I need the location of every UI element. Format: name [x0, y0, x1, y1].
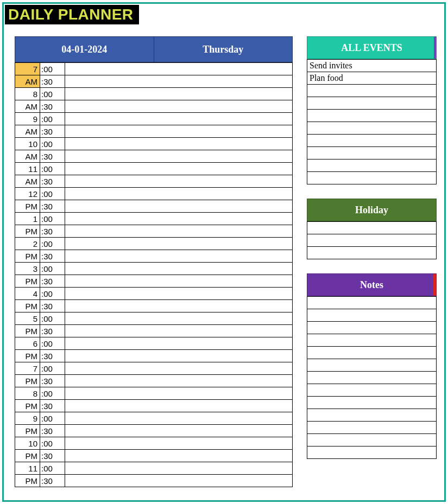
day-header: Thursday [154, 36, 293, 62]
note-row[interactable] [307, 446, 437, 459]
hour-cell: 4 [15, 288, 40, 300]
event-row[interactable] [307, 160, 437, 172]
schedule-slot[interactable] [65, 412, 293, 425]
minute-cell: :30 [40, 325, 65, 337]
event-row[interactable] [307, 85, 437, 97]
schedule-slot[interactable] [65, 200, 293, 213]
minute-cell: :30 [40, 475, 65, 487]
note-row[interactable] [307, 397, 437, 409]
page-title: DAILY PLANNER [8, 6, 134, 23]
schedule-slot[interactable] [65, 113, 293, 125]
holiday-row[interactable] [307, 247, 437, 259]
hour-cell: 8 [15, 88, 40, 100]
note-row[interactable] [307, 347, 437, 359]
event-row[interactable]: Plan food [307, 72, 437, 85]
schedule-column: 04-01-2024 Thursday 7:00AM:308:00AM:309:… [15, 36, 293, 487]
schedule-slot[interactable] [65, 300, 293, 312]
note-row[interactable] [307, 372, 437, 384]
note-row[interactable] [307, 297, 437, 309]
schedule-slot[interactable] [65, 337, 293, 350]
schedule-slot[interactable] [65, 362, 293, 375]
events-header: ALL EVENTS [307, 36, 437, 59]
schedule-slot[interactable] [65, 75, 293, 88]
schedule-slot[interactable] [65, 475, 293, 487]
minute-cell: :30 [40, 250, 65, 263]
date-header: 04-01-2024 [15, 36, 154, 62]
schedule-slot[interactable] [65, 250, 293, 263]
schedule-slot[interactable] [65, 88, 293, 100]
ampm-cell: PM [15, 250, 40, 263]
schedule-slot[interactable] [65, 175, 293, 188]
ampm-cell: AM [15, 100, 40, 113]
schedule-slot[interactable] [65, 150, 293, 163]
hour-cell: 7 [15, 362, 40, 375]
note-row[interactable] [307, 334, 437, 347]
schedule-slot[interactable] [65, 188, 293, 200]
note-row[interactable] [307, 409, 437, 422]
minute-cell: :00 [40, 288, 65, 300]
ampm-cell: AM [15, 75, 40, 88]
schedule-slot[interactable] [65, 238, 293, 250]
schedule-slot[interactable] [65, 263, 293, 275]
hour-cell: 10 [15, 138, 40, 150]
holiday-row[interactable] [307, 222, 437, 234]
schedule-slot[interactable] [65, 350, 293, 362]
minute-cell: :00 [40, 88, 65, 100]
note-row[interactable] [307, 434, 437, 446]
holiday-row[interactable] [307, 234, 437, 247]
schedule-slot[interactable] [65, 100, 293, 113]
event-row[interactable]: Send invites [307, 60, 437, 72]
side-panels: ALL EVENTS Send invitesPlan food Holiday… [307, 36, 437, 487]
minute-cell: :30 [40, 425, 65, 437]
schedule-slot[interactable] [65, 312, 293, 325]
schedule-slot[interactable] [65, 288, 293, 300]
event-row[interactable] [307, 135, 437, 147]
minute-cell: :00 [40, 437, 65, 450]
schedule-slot[interactable] [65, 450, 293, 462]
minute-cell: :00 [40, 337, 65, 350]
minute-cell: :00 [40, 113, 65, 125]
note-row[interactable] [307, 384, 437, 397]
minute-cell: :30 [40, 225, 65, 238]
note-row[interactable] [307, 322, 437, 334]
note-row[interactable] [307, 359, 437, 372]
schedule-slot[interactable] [65, 225, 293, 238]
hour-cell: 2 [15, 238, 40, 250]
ampm-cell: PM [15, 325, 40, 337]
ampm-cell: PM [15, 300, 40, 312]
content: 04-01-2024 Thursday 7:00AM:308:00AM:309:… [4, 24, 444, 493]
minute-cell: :30 [40, 200, 65, 213]
hour-cell: 10 [15, 437, 40, 450]
minute-cell: :00 [40, 163, 65, 175]
schedule-slot[interactable] [65, 375, 293, 387]
note-row[interactable] [307, 309, 437, 322]
event-row[interactable] [307, 110, 437, 122]
schedule-table: 7:00AM:308:00AM:309:00AM:3010:00AM:3011:… [15, 62, 293, 487]
event-row[interactable] [307, 97, 437, 110]
schedule-slot[interactable] [65, 437, 293, 450]
event-row[interactable] [307, 172, 437, 184]
schedule-slot[interactable] [65, 138, 293, 150]
schedule-slot[interactable] [65, 125, 293, 138]
schedule-slot[interactable] [65, 213, 293, 225]
holiday-header: Holiday [307, 199, 437, 221]
event-row[interactable] [307, 122, 437, 135]
schedule-slot[interactable] [65, 63, 293, 75]
hour-cell: 9 [15, 113, 40, 125]
schedule-slot[interactable] [65, 425, 293, 437]
schedule-slot[interactable] [65, 400, 293, 412]
note-row[interactable] [307, 422, 437, 434]
schedule-slot[interactable] [65, 275, 293, 288]
event-row[interactable] [307, 147, 437, 160]
schedule-slot[interactable] [65, 387, 293, 400]
minute-cell: :30 [40, 350, 65, 362]
ampm-cell: PM [15, 450, 40, 462]
ampm-cell: AM [15, 125, 40, 138]
minute-cell: :00 [40, 362, 65, 375]
minute-cell: :30 [40, 125, 65, 138]
schedule-slot[interactable] [65, 325, 293, 337]
schedule-slot[interactable] [65, 462, 293, 475]
minute-cell: :30 [40, 100, 65, 113]
schedule-slot[interactable] [65, 163, 293, 175]
hour-cell: 3 [15, 263, 40, 275]
